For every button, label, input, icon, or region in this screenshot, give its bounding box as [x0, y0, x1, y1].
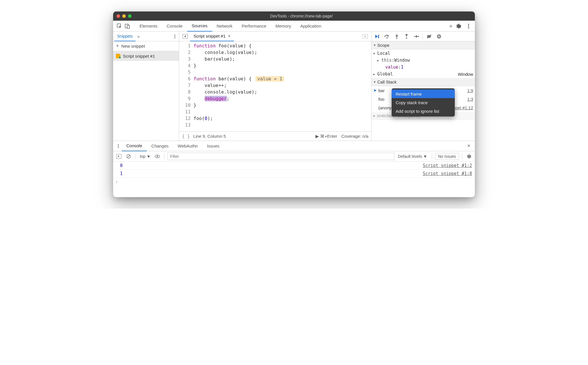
console-toolbar: top ▼ Default levels ▼ No Issues [113, 151, 475, 162]
console-filter-input[interactable] [167, 153, 394, 160]
plus-icon: + [116, 43, 119, 49]
log-source-link[interactable]: Script snippet #1:2 [423, 163, 472, 168]
run-snippet-button[interactable]: ▶ ⌘+Enter [316, 134, 337, 139]
drawer-tab-issues[interactable]: Issues [202, 141, 224, 151]
titlebar: DevTools - chrome://new-tab-page/ [113, 11, 475, 21]
show-navigator-icon[interactable] [180, 34, 190, 39]
code-line: function foo(value) { [194, 42, 371, 49]
context-menu-restart-frame[interactable]: Restart frame [392, 90, 455, 98]
console-prompt[interactable]: › [113, 178, 475, 186]
log-levels-selector[interactable]: Default levels ▼ [396, 154, 429, 159]
navigator-more-icon[interactable]: » [137, 34, 140, 39]
scope-this[interactable]: ▶ this: Window [372, 57, 475, 64]
console-log-row: 0Script snippet #1:2 [113, 162, 475, 170]
scope-local[interactable]: ▼ Local [372, 50, 475, 57]
no-issues-button[interactable]: No Issues [435, 153, 459, 160]
tab-elements[interactable]: Elements [135, 21, 162, 32]
svg-rect-11 [378, 35, 379, 38]
context-selector[interactable]: top ▼ [139, 154, 152, 159]
kebab-menu-icon[interactable] [465, 22, 473, 30]
snippet-item[interactable]: Script snippet #1 [113, 51, 179, 61]
drawer: ConsoleChangesWebAuthnIssues × top ▼ Def… [113, 141, 475, 197]
device-toggle-icon[interactable] [123, 22, 131, 30]
close-drawer-icon[interactable]: × [464, 143, 473, 149]
code-editor[interactable]: 12345678910111213 function foo(value) { … [179, 41, 371, 131]
console-log-row: 1Script snippet #1:8 [113, 170, 475, 178]
navigator-pane: Snippets » + New snippet Script snippet … [113, 32, 179, 141]
show-debugger-icon[interactable] [360, 34, 370, 39]
drawer-tab-changes[interactable]: Changes [147, 141, 173, 151]
traffic-lights [117, 14, 131, 18]
resume-icon[interactable] [373, 32, 382, 40]
zoom-window-button[interactable] [128, 14, 131, 18]
code-line [194, 108, 371, 115]
context-menu-ignore-list[interactable]: Add script to ignore list [392, 107, 455, 115]
chevron-right-icon: ▶ [373, 114, 376, 117]
clear-console-icon[interactable] [125, 152, 133, 160]
close-window-button[interactable] [117, 14, 120, 18]
settings-icon[interactable] [455, 22, 463, 30]
inspect-icon[interactable] [115, 22, 123, 30]
scope-global[interactable]: ▶ Global Window [372, 71, 475, 77]
new-snippet-label: New snippet [121, 44, 145, 48]
svg-point-5 [468, 27, 469, 28]
callstack-section-header[interactable]: ▼ Call Stack [372, 78, 475, 86]
navigator-menu-icon[interactable] [172, 34, 178, 38]
main-tabs: ElementsConsoleSourcesNetworkPerformance… [135, 21, 447, 32]
log-source-link[interactable]: Script snippet #1:8 [423, 171, 472, 176]
context-menu-copy-stack[interactable]: Copy stack trace [392, 98, 455, 107]
code-line: } [194, 62, 371, 69]
svg-point-4 [468, 26, 469, 27]
chevron-down-icon: ▼ [146, 154, 150, 159]
console-output: 0Script snippet #1:21Script snippet #1:8 [113, 162, 475, 178]
svg-point-7 [174, 36, 175, 37]
console-settings-icon[interactable] [465, 152, 473, 160]
pause-exceptions-icon[interactable] [434, 32, 444, 40]
step-out-icon[interactable] [402, 32, 411, 40]
step-into-icon[interactable] [392, 32, 401, 40]
window-title: DevTools - chrome://new-tab-page/ [131, 14, 471, 18]
snippets-tab[interactable]: Snippets [114, 32, 136, 41]
svg-point-15 [418, 36, 419, 37]
tab-performance[interactable]: Performance [237, 21, 271, 32]
live-expression-icon[interactable] [153, 152, 161, 160]
svg-point-20 [118, 145, 119, 146]
tab-sources[interactable]: Sources [187, 21, 212, 32]
code-line: } [194, 102, 371, 108]
tab-application[interactable]: Application [296, 21, 326, 32]
svg-point-14 [406, 38, 407, 39]
svg-point-12 [386, 37, 388, 38]
editor-tab[interactable]: Script snippet #1 × [190, 32, 234, 41]
svg-point-6 [174, 34, 175, 35]
svg-point-19 [118, 144, 119, 145]
drawer-tab-console[interactable]: Console [122, 141, 147, 151]
svg-point-8 [174, 37, 175, 38]
inline-value: value = 1 [256, 76, 284, 81]
cursor-position: Line 9, Column 5 [193, 134, 316, 139]
drawer-tab-webauthn[interactable]: WebAuthn [173, 141, 202, 151]
tab-memory[interactable]: Memory [271, 21, 296, 32]
context-menu: Restart frame Copy stack trace Add scrip… [392, 88, 455, 117]
deactivate-breakpoints-icon[interactable] [425, 32, 434, 40]
code-line: console.log(value); [194, 89, 371, 95]
step-over-icon[interactable] [382, 32, 392, 40]
code-line: console.log(value); [194, 49, 371, 56]
debug-toolbar [372, 32, 475, 41]
step-icon[interactable] [412, 32, 421, 40]
new-snippet-button[interactable]: + New snippet [113, 41, 179, 51]
minimize-window-button[interactable] [122, 14, 126, 18]
pretty-print-icon[interactable]: { } [182, 134, 190, 139]
scope-section-header[interactable]: ▼ Scope [372, 41, 475, 49]
snippet-file-icon [116, 54, 121, 58]
devtools-window: DevTools - chrome://new-tab-page/ Elemen… [113, 11, 475, 197]
chevron-down-icon: ▼ [423, 154, 427, 159]
drawer-menu-icon[interactable] [115, 144, 122, 148]
close-tab-icon[interactable]: × [228, 34, 231, 39]
console-sidebar-icon[interactable] [115, 152, 123, 160]
debugger-pane: ▼ Scope ▼ Local ▶ this: Window value: 1 [372, 32, 475, 141]
tab-console[interactable]: Console [162, 21, 187, 32]
sources-panes: Snippets » + New snippet Script snippet … [113, 32, 475, 141]
tab-network[interactable]: Network [212, 21, 237, 32]
more-tabs-icon[interactable]: » [447, 22, 455, 30]
svg-point-13 [396, 38, 397, 39]
